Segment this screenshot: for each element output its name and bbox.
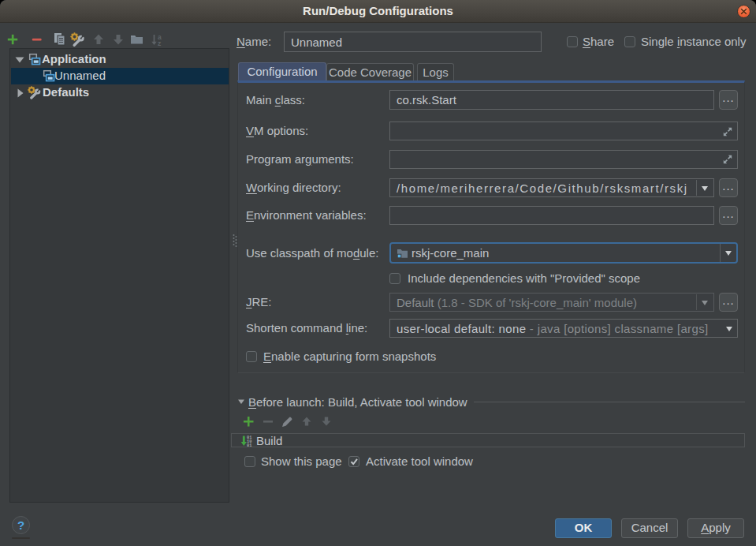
svg-text:01: 01 bbox=[247, 443, 251, 447]
svg-text:z: z bbox=[158, 39, 161, 47]
